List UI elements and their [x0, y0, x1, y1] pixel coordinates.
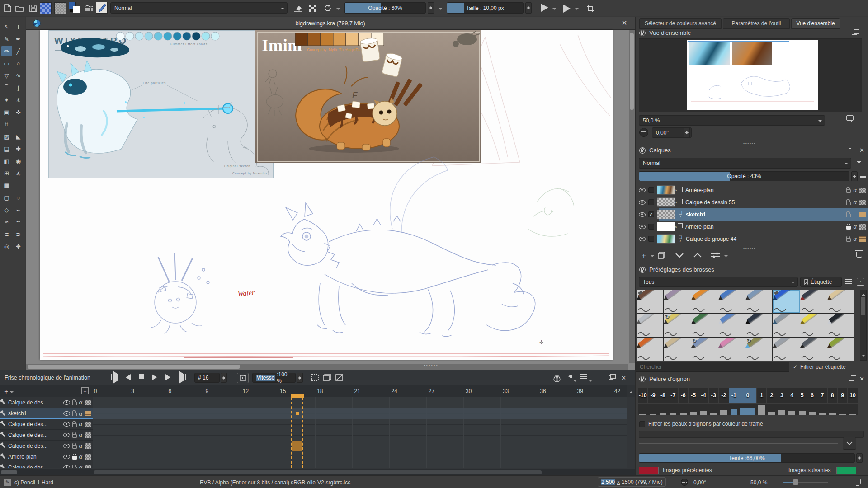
ellipse-select-tool[interactable]: ◌ — [13, 192, 24, 203]
background-color[interactable] — [73, 6, 80, 13]
blend-mode-dropdown[interactable]: Normal — [110, 2, 288, 14]
layer-inherit-alpha-icon[interactable] — [85, 443, 91, 449]
reference-images-tool[interactable]: ▦ — [1, 180, 12, 191]
layer-lock-icon[interactable] — [846, 214, 851, 217]
onion-frame-9[interactable]: 9 — [838, 388, 847, 403]
layer-checkbox[interactable] — [648, 224, 654, 230]
layer-inherit-alpha-icon[interactable] — [85, 422, 91, 427]
rotation-dial-icon[interactable] — [639, 128, 648, 137]
delete-layer-button[interactable] — [856, 252, 862, 258]
size-spinner[interactable] — [525, 2, 532, 14]
next-frame-button[interactable] — [165, 374, 170, 380]
onion-frame-5[interactable]: 5 — [797, 388, 807, 403]
timeline-frame-number-0[interactable]: 0 — [94, 388, 97, 394]
brush-preset-9[interactable] — [637, 314, 663, 337]
layer-blend-mode-dropdown[interactable]: Normal — [639, 158, 851, 169]
brush-preset-2[interactable] — [664, 290, 690, 313]
mirror-horizontal-icon[interactable] — [541, 4, 549, 11]
add-layer-button[interactable]: ＋ — [638, 250, 650, 261]
tag-button[interactable]: Étiquette — [800, 277, 842, 287]
line-tool[interactable]: ╱ — [13, 46, 24, 56]
onion-frame--4[interactable]: -4 — [698, 388, 708, 403]
timeline-layer-calque-de-des-[interactable]: Calque de des...α — [0, 430, 93, 441]
layer-lock-icon[interactable] — [846, 202, 851, 205]
layer-lock-icon[interactable] — [72, 456, 77, 460]
layer-alpha-icon[interactable]: α — [854, 223, 857, 230]
brush-preset-23[interactable] — [800, 338, 827, 361]
timeline-layer-calque-de-des-[interactable]: Calque de des...α — [0, 441, 93, 451]
chevron-down-icon[interactable] — [575, 8, 579, 12]
status-rotation[interactable]: 0,00° — [693, 479, 706, 486]
layer-alpha-icon[interactable]: α — [79, 410, 82, 417]
layer-alpha-icon[interactable]: α — [854, 199, 857, 206]
brush-preset-19[interactable]: ↻ — [691, 338, 718, 361]
onion-frame-2[interactable]: 2 — [767, 388, 776, 403]
canvas-only-icon[interactable] — [846, 115, 854, 121]
swap-colors-icon[interactable] — [70, 9, 73, 12]
onion-opacity-bar--5[interactable] — [690, 412, 697, 415]
brush-preset-4[interactable] — [718, 290, 745, 313]
layer-row-sketch1[interactable]: ✓❏›sketch1α — [636, 208, 868, 221]
rect-select-tool[interactable]: ▢ — [1, 192, 12, 203]
onion-frame--8[interactable]: -8 — [658, 388, 668, 403]
brush-preset-22[interactable] — [773, 338, 799, 361]
brush-search-input[interactable] — [636, 362, 789, 372]
layer-lock-icon[interactable] — [72, 445, 77, 449]
detail-view-icon[interactable] — [845, 279, 852, 284]
audio-icon[interactable] — [566, 374, 571, 379]
text-tool[interactable]: T — [13, 21, 24, 32]
frame-copy-icon[interactable] — [323, 374, 331, 381]
timeline-layer-calque-de-des-[interactable]: Calque de des...α — [0, 419, 93, 430]
onion-frame-10[interactable]: 10 — [848, 388, 857, 403]
layer-lock-icon[interactable] — [846, 238, 851, 242]
layer-checkbox[interactable] — [648, 199, 654, 205]
polygon-tool[interactable]: ▽ — [1, 70, 12, 81]
onion-opacity-bar-5[interactable] — [799, 411, 806, 415]
opacity-spinner[interactable] — [428, 2, 434, 14]
pan-tool[interactable]: ✥ — [13, 241, 24, 252]
brush-preset-11[interactable] — [691, 314, 718, 337]
layer-row-calque-de-groupe-44[interactable]: ❏›Calque de groupe 44α — [636, 233, 868, 245]
timeline-frame-number-15[interactable]: 15 — [280, 388, 286, 394]
onion-expand-button[interactable] — [843, 437, 856, 450]
brush-preset-3[interactable] — [691, 290, 718, 313]
layer-inherit-alpha-icon[interactable] — [859, 236, 866, 242]
layer-row-arri-re-plan[interactable]: Arrière-planα — [636, 184, 868, 196]
tab-tool-options[interactable]: Paramètres de l'outil — [723, 18, 790, 29]
onion-opacity-bar--7[interactable] — [670, 413, 676, 415]
transform-tool[interactable]: ▣ — [1, 107, 12, 117]
layer-lock-icon[interactable] — [72, 434, 77, 438]
tab-overview[interactable]: Vue d'ensemble — [791, 18, 840, 29]
onion-frame--10[interactable]: -10 — [638, 388, 647, 403]
layer-lock-icon[interactable] — [72, 423, 77, 427]
previous-frames-color-swatch[interactable] — [639, 467, 659, 474]
onion-frame--5[interactable]: -5 — [689, 388, 698, 403]
onion-opacity-bar-4[interactable] — [788, 411, 795, 415]
onion-opacity-bar--8[interactable] — [660, 413, 666, 415]
onion-opacity-bar-7[interactable] — [819, 413, 826, 415]
docker-resize-grip[interactable]: •••••• — [743, 141, 756, 146]
layer-alpha-icon[interactable]: α — [854, 235, 857, 242]
reload-preset-icon[interactable] — [323, 3, 333, 13]
brush-preset-icon[interactable]: ✎ — [4, 479, 11, 486]
opacity-slider[interactable]: Opacité : 60% — [344, 2, 426, 14]
layer-alpha-icon[interactable]: α — [79, 464, 82, 468]
onion-frame-3[interactable]: 3 — [777, 388, 787, 403]
onion-frame-6[interactable]: 6 — [807, 388, 817, 403]
onion-opacity-bar--3[interactable] — [710, 413, 717, 415]
onion-opacity-bar--2[interactable] — [720, 410, 727, 415]
brush-preset-7[interactable] — [800, 290, 827, 313]
skip-to-end-button[interactable] — [179, 374, 186, 380]
layer-inherit-alpha-icon[interactable] — [859, 188, 866, 193]
onion-opacity-bar--1[interactable] — [731, 409, 737, 415]
onion-frame-7[interactable]: 7 — [817, 388, 827, 403]
timeline-layer-sketch1[interactable]: sketch1α — [0, 408, 93, 419]
layer-opacity-spinner[interactable] — [851, 171, 858, 181]
layer-checkbox[interactable] — [648, 187, 654, 193]
layer-row-arri-re-plan[interactable]: Arrière-planα — [636, 221, 868, 233]
timeline-horizontal-scrollbar[interactable] — [0, 469, 635, 475]
stop-button[interactable] — [139, 374, 144, 379]
timeline-frame-number-24[interactable]: 24 — [392, 388, 397, 394]
layer-lock-icon[interactable] — [846, 226, 851, 230]
timeline-frame-number-36[interactable]: 36 — [540, 388, 546, 394]
